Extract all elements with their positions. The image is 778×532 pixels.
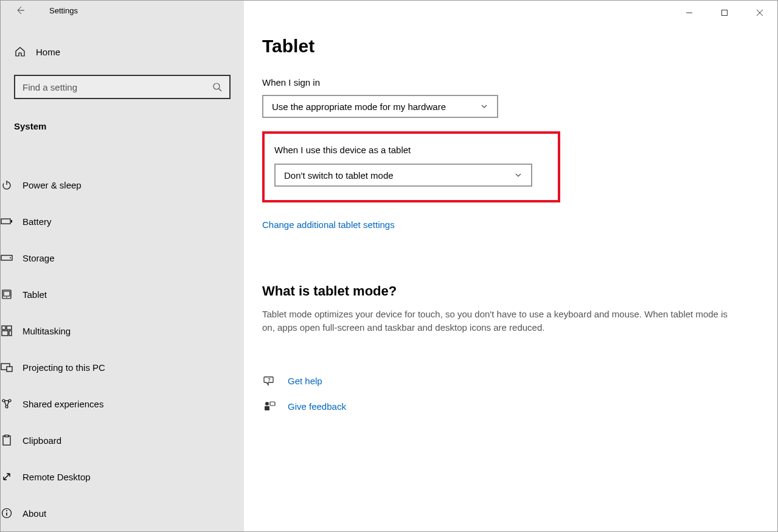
svg-line-1	[219, 89, 221, 91]
svg-rect-11	[2, 326, 5, 330]
close-button[interactable]	[742, 1, 777, 25]
section-heading: What is tablet mode?	[262, 283, 777, 299]
sidebar-item-shared-experiences[interactable]: Shared experiences	[0, 385, 257, 422]
category-label: System	[14, 121, 231, 131]
svg-point-33	[265, 402, 269, 406]
svg-point-7	[10, 257, 11, 258]
sidebar-header: Settings	[1, 1, 244, 20]
get-help-row[interactable]: ? Get help	[262, 376, 777, 387]
svg-point-27	[6, 510, 7, 511]
svg-rect-12	[7, 326, 12, 330]
sign-in-selected: Use the appropriate mode for my hardware	[272, 102, 446, 112]
home-label: Home	[36, 47, 60, 57]
help-links: ? Get help Give feedback	[262, 376, 777, 412]
remote-desktop-icon	[1, 471, 13, 483]
svg-text:?: ?	[268, 377, 271, 382]
svg-rect-4	[1, 219, 10, 224]
clipboard-icon	[1, 434, 13, 446]
sidebar-item-tablet[interactable]: Tablet	[0, 276, 257, 313]
svg-point-18	[9, 399, 11, 402]
sidebar-item-power-sleep[interactable]: Power & sleep	[0, 167, 257, 203]
nav-label: Power & sleep	[23, 180, 82, 190]
svg-line-20	[5, 402, 7, 406]
sign-in-dropdown[interactable]: Use the appropriate mode for my hardware	[262, 95, 498, 118]
nav-label: Clipboard	[23, 435, 61, 446]
svg-rect-24	[5, 435, 9, 437]
as-tablet-label: When I use this device as a tablet	[274, 145, 551, 155]
power-icon	[1, 179, 13, 191]
svg-point-10	[6, 297, 7, 298]
multitasking-icon	[1, 325, 13, 337]
nav-label: Projecting to this PC	[23, 362, 105, 373]
sign-in-label: When I sign in	[262, 77, 777, 88]
give-feedback-row[interactable]: Give feedback	[262, 401, 777, 412]
section-body: Tablet mode optimizes your device for to…	[262, 308, 737, 334]
as-tablet-selected: Don't switch to tablet mode	[284, 170, 394, 181]
minimize-icon	[686, 9, 693, 16]
feedback-icon	[262, 401, 277, 412]
svg-rect-16	[7, 367, 12, 371]
chevron-down-icon	[514, 171, 523, 179]
svg-rect-9	[4, 291, 10, 296]
get-help-link[interactable]: Get help	[288, 376, 322, 386]
minimize-button[interactable]	[672, 1, 707, 25]
svg-rect-35	[270, 402, 275, 406]
sidebar-item-battery[interactable]: Battery	[0, 203, 257, 240]
maximize-button[interactable]	[707, 1, 742, 25]
shared-experiences-icon	[1, 398, 13, 410]
svg-rect-29	[722, 10, 728, 16]
back-arrow-icon	[15, 5, 25, 15]
sidebar-item-clipboard[interactable]: Clipboard	[0, 422, 257, 458]
sign-in-group: When I sign in Use the appropriate mode …	[262, 77, 777, 118]
sidebar-item-projecting[interactable]: Projecting to this PC	[0, 349, 257, 385]
sidebar-item-remote-desktop[interactable]: Remote Desktop	[0, 458, 257, 495]
sidebar-item-multitasking[interactable]: Multitasking	[0, 313, 257, 349]
nav-label: Tablet	[23, 289, 47, 300]
as-tablet-dropdown[interactable]: Don't switch to tablet mode	[274, 164, 532, 187]
nav-label: Multitasking	[23, 326, 71, 336]
nav-list: Power & sleep Battery Storage Tablet	[0, 167, 257, 531]
svg-rect-5	[11, 220, 12, 223]
nav-label: Remote Desktop	[23, 472, 91, 482]
highlight-box: When I use this device as a tablet Don't…	[262, 131, 560, 202]
chevron-down-icon	[480, 102, 488, 111]
svg-line-21	[7, 402, 9, 406]
about-icon	[1, 507, 13, 519]
nav-label: Storage	[23, 253, 55, 263]
give-feedback-link[interactable]: Give feedback	[288, 401, 346, 412]
sidebar-item-home[interactable]: Home	[14, 40, 231, 64]
sidebar-item-storage[interactable]: Storage	[0, 240, 257, 276]
back-button[interactable]	[15, 5, 30, 15]
search-icon	[212, 82, 222, 92]
svg-rect-34	[265, 406, 269, 410]
battery-icon	[1, 215, 13, 227]
nav-label: About	[23, 508, 46, 519]
help-icon: ?	[262, 376, 277, 387]
svg-rect-13	[2, 331, 8, 336]
home-icon	[14, 46, 26, 58]
svg-rect-14	[9, 331, 12, 336]
main-content: Tablet When I sign in Use the appropriat…	[244, 1, 777, 531]
window-title: Settings	[49, 6, 78, 15]
search-input[interactable]	[23, 82, 212, 92]
projecting-icon	[1, 361, 13, 373]
maximize-icon	[721, 9, 728, 16]
page-title: Tablet	[262, 36, 777, 57]
svg-point-17	[2, 399, 5, 402]
nav-label: Battery	[23, 216, 52, 227]
svg-rect-23	[3, 436, 10, 445]
close-icon	[756, 9, 763, 16]
tablet-icon	[1, 288, 13, 300]
storage-icon	[1, 252, 13, 264]
svg-point-0	[214, 83, 220, 89]
additional-settings-link[interactable]: Change additional tablet settings	[262, 219, 395, 230]
sidebar: Settings Home System P	[1, 1, 244, 531]
search-box[interactable]	[14, 75, 231, 99]
nav-label: Shared experiences	[23, 399, 103, 409]
titlebar-controls	[672, 1, 777, 25]
sidebar-item-about[interactable]: About	[0, 495, 257, 531]
svg-point-19	[5, 406, 8, 408]
